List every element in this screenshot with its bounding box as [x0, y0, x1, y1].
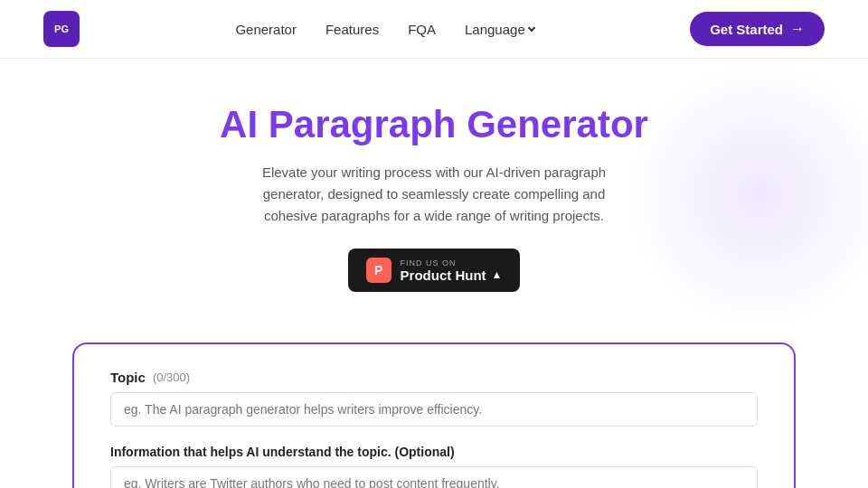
char-count: (0/300): [153, 371, 190, 384]
nav-generator[interactable]: Generator: [235, 22, 297, 37]
hero-section: AI Paragraph Generator Elevate your writ…: [0, 59, 868, 343]
logo-icon: [43, 11, 80, 47]
get-started-button[interactable]: Get Started: [690, 12, 825, 46]
generator-form-card: Topic (0/300) Information that helps AI …: [72, 343, 796, 488]
product-hunt-find: FIND US ON: [401, 258, 503, 267]
topic-label: Topic (0/300): [110, 370, 758, 385]
product-hunt-badge[interactable]: P FIND US ON Product Hunt ▲: [348, 249, 521, 292]
product-hunt-icon: P: [366, 258, 392, 283]
topic-input[interactable]: [110, 392, 758, 427]
product-hunt-name: Product Hunt ▲: [401, 267, 503, 283]
optional-label: Information that helps AI understand the…: [110, 445, 758, 459]
chevron-down-icon: [527, 24, 534, 32]
hero-subtitle: Elevate your writing process with our AI…: [244, 162, 624, 227]
page-title: AI Paragraph Generator: [43, 102, 825, 147]
logo[interactable]: [43, 11, 80, 47]
nav-features[interactable]: Features: [326, 22, 379, 37]
optional-textarea[interactable]: [110, 466, 758, 488]
language-dropdown[interactable]: Language: [465, 22, 534, 37]
product-hunt-arrow: ▲: [492, 268, 503, 281]
nav-fqa[interactable]: FQA: [408, 22, 436, 37]
nav-links: Generator Features FQA Language: [235, 22, 533, 37]
navbar: Generator Features FQA Language Get Star…: [0, 0, 868, 59]
